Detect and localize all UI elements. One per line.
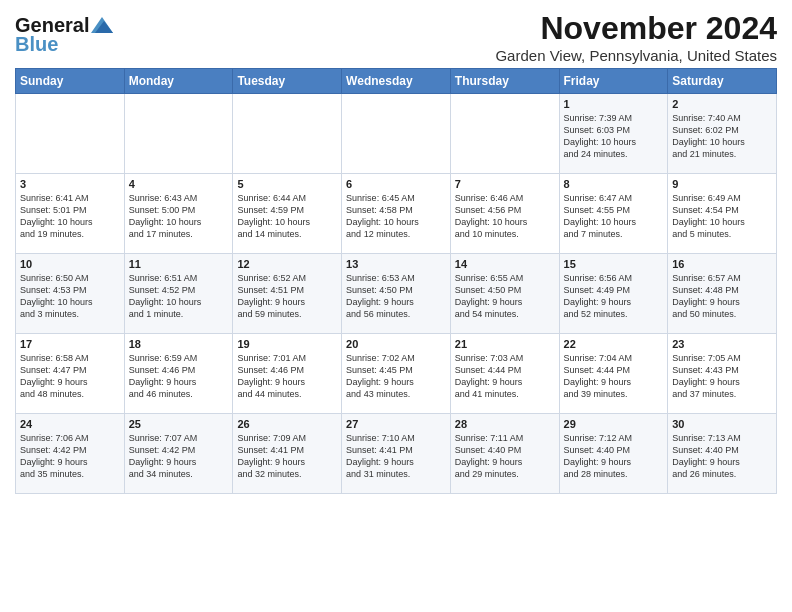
day-number: 29 — [564, 418, 664, 430]
cell-info: Sunrise: 7:07 AM Sunset: 4:42 PM Dayligh… — [129, 432, 229, 481]
calendar-cell: 27Sunrise: 7:10 AM Sunset: 4:41 PM Dayli… — [342, 414, 451, 494]
cell-info: Sunrise: 6:59 AM Sunset: 4:46 PM Dayligh… — [129, 352, 229, 401]
day-number: 27 — [346, 418, 446, 430]
calendar-cell — [16, 94, 125, 174]
day-number: 20 — [346, 338, 446, 350]
cell-info: Sunrise: 7:06 AM Sunset: 4:42 PM Dayligh… — [20, 432, 120, 481]
weekday-header-tuesday: Tuesday — [233, 69, 342, 94]
cell-info: Sunrise: 7:02 AM Sunset: 4:45 PM Dayligh… — [346, 352, 446, 401]
day-number: 16 — [672, 258, 772, 270]
cell-info: Sunrise: 7:09 AM Sunset: 4:41 PM Dayligh… — [237, 432, 337, 481]
calendar-cell: 13Sunrise: 6:53 AM Sunset: 4:50 PM Dayli… — [342, 254, 451, 334]
day-number: 26 — [237, 418, 337, 430]
cell-info: Sunrise: 6:41 AM Sunset: 5:01 PM Dayligh… — [20, 192, 120, 241]
cell-info: Sunrise: 7:11 AM Sunset: 4:40 PM Dayligh… — [455, 432, 555, 481]
cell-info: Sunrise: 7:13 AM Sunset: 4:40 PM Dayligh… — [672, 432, 772, 481]
cell-info: Sunrise: 6:50 AM Sunset: 4:53 PM Dayligh… — [20, 272, 120, 321]
calendar-cell — [342, 94, 451, 174]
cell-info: Sunrise: 6:57 AM Sunset: 4:48 PM Dayligh… — [672, 272, 772, 321]
calendar-cell: 10Sunrise: 6:50 AM Sunset: 4:53 PM Dayli… — [16, 254, 125, 334]
calendar-cell: 7Sunrise: 6:46 AM Sunset: 4:56 PM Daylig… — [450, 174, 559, 254]
day-number: 22 — [564, 338, 664, 350]
calendar-cell: 15Sunrise: 6:56 AM Sunset: 4:49 PM Dayli… — [559, 254, 668, 334]
calendar-cell: 4Sunrise: 6:43 AM Sunset: 5:00 PM Daylig… — [124, 174, 233, 254]
weekday-header-friday: Friday — [559, 69, 668, 94]
calendar-cell: 20Sunrise: 7:02 AM Sunset: 4:45 PM Dayli… — [342, 334, 451, 414]
calendar-cell: 24Sunrise: 7:06 AM Sunset: 4:42 PM Dayli… — [16, 414, 125, 494]
logo: General Blue — [15, 14, 113, 56]
day-number: 21 — [455, 338, 555, 350]
day-number: 9 — [672, 178, 772, 190]
calendar-week-2: 10Sunrise: 6:50 AM Sunset: 4:53 PM Dayli… — [16, 254, 777, 334]
calendar-cell: 23Sunrise: 7:05 AM Sunset: 4:43 PM Dayli… — [668, 334, 777, 414]
day-number: 5 — [237, 178, 337, 190]
calendar-week-3: 17Sunrise: 6:58 AM Sunset: 4:47 PM Dayli… — [16, 334, 777, 414]
weekday-header-sunday: Sunday — [16, 69, 125, 94]
cell-info: Sunrise: 6:47 AM Sunset: 4:55 PM Dayligh… — [564, 192, 664, 241]
calendar-cell: 28Sunrise: 7:11 AM Sunset: 4:40 PM Dayli… — [450, 414, 559, 494]
day-number: 10 — [20, 258, 120, 270]
calendar-week-1: 3Sunrise: 6:41 AM Sunset: 5:01 PM Daylig… — [16, 174, 777, 254]
calendar-table: SundayMondayTuesdayWednesdayThursdayFrid… — [15, 68, 777, 494]
cell-info: Sunrise: 6:45 AM Sunset: 4:58 PM Dayligh… — [346, 192, 446, 241]
day-number: 18 — [129, 338, 229, 350]
calendar-week-4: 24Sunrise: 7:06 AM Sunset: 4:42 PM Dayli… — [16, 414, 777, 494]
cell-info: Sunrise: 6:52 AM Sunset: 4:51 PM Dayligh… — [237, 272, 337, 321]
day-number: 6 — [346, 178, 446, 190]
calendar-cell: 25Sunrise: 7:07 AM Sunset: 4:42 PM Dayli… — [124, 414, 233, 494]
day-number: 15 — [564, 258, 664, 270]
day-number: 3 — [20, 178, 120, 190]
calendar-cell: 21Sunrise: 7:03 AM Sunset: 4:44 PM Dayli… — [450, 334, 559, 414]
weekday-header-saturday: Saturday — [668, 69, 777, 94]
calendar-cell: 17Sunrise: 6:58 AM Sunset: 4:47 PM Dayli… — [16, 334, 125, 414]
calendar-cell: 22Sunrise: 7:04 AM Sunset: 4:44 PM Dayli… — [559, 334, 668, 414]
calendar-cell — [124, 94, 233, 174]
day-number: 8 — [564, 178, 664, 190]
day-number: 11 — [129, 258, 229, 270]
calendar-cell: 18Sunrise: 6:59 AM Sunset: 4:46 PM Dayli… — [124, 334, 233, 414]
day-number: 4 — [129, 178, 229, 190]
calendar-cell: 19Sunrise: 7:01 AM Sunset: 4:46 PM Dayli… — [233, 334, 342, 414]
day-number: 28 — [455, 418, 555, 430]
weekday-header-row: SundayMondayTuesdayWednesdayThursdayFrid… — [16, 69, 777, 94]
day-number: 30 — [672, 418, 772, 430]
calendar-cell: 30Sunrise: 7:13 AM Sunset: 4:40 PM Dayli… — [668, 414, 777, 494]
calendar-cell: 6Sunrise: 6:45 AM Sunset: 4:58 PM Daylig… — [342, 174, 451, 254]
cell-info: Sunrise: 7:03 AM Sunset: 4:44 PM Dayligh… — [455, 352, 555, 401]
cell-info: Sunrise: 6:44 AM Sunset: 4:59 PM Dayligh… — [237, 192, 337, 241]
month-title: November 2024 — [495, 10, 777, 47]
calendar-cell: 8Sunrise: 6:47 AM Sunset: 4:55 PM Daylig… — [559, 174, 668, 254]
day-number: 19 — [237, 338, 337, 350]
cell-info: Sunrise: 6:55 AM Sunset: 4:50 PM Dayligh… — [455, 272, 555, 321]
logo-blue: Blue — [15, 33, 58, 56]
cell-info: Sunrise: 6:46 AM Sunset: 4:56 PM Dayligh… — [455, 192, 555, 241]
calendar-cell: 29Sunrise: 7:12 AM Sunset: 4:40 PM Dayli… — [559, 414, 668, 494]
day-number: 24 — [20, 418, 120, 430]
cell-info: Sunrise: 6:43 AM Sunset: 5:00 PM Dayligh… — [129, 192, 229, 241]
cell-info: Sunrise: 6:51 AM Sunset: 4:52 PM Dayligh… — [129, 272, 229, 321]
day-number: 17 — [20, 338, 120, 350]
weekday-header-monday: Monday — [124, 69, 233, 94]
calendar-cell — [450, 94, 559, 174]
title-block: November 2024 Garden View, Pennsylvania,… — [495, 10, 777, 64]
day-number: 2 — [672, 98, 772, 110]
cell-info: Sunrise: 6:58 AM Sunset: 4:47 PM Dayligh… — [20, 352, 120, 401]
weekday-header-thursday: Thursday — [450, 69, 559, 94]
calendar-cell: 16Sunrise: 6:57 AM Sunset: 4:48 PM Dayli… — [668, 254, 777, 334]
cell-info: Sunrise: 7:04 AM Sunset: 4:44 PM Dayligh… — [564, 352, 664, 401]
calendar-cell: 26Sunrise: 7:09 AM Sunset: 4:41 PM Dayli… — [233, 414, 342, 494]
main-container: General Blue November 2024 Garden View, … — [0, 0, 792, 499]
calendar-cell — [233, 94, 342, 174]
cell-info: Sunrise: 6:49 AM Sunset: 4:54 PM Dayligh… — [672, 192, 772, 241]
day-number: 1 — [564, 98, 664, 110]
weekday-header-wednesday: Wednesday — [342, 69, 451, 94]
subtitle: Garden View, Pennsylvania, United States — [495, 47, 777, 64]
calendar-cell: 11Sunrise: 6:51 AM Sunset: 4:52 PM Dayli… — [124, 254, 233, 334]
cell-info: Sunrise: 6:53 AM Sunset: 4:50 PM Dayligh… — [346, 272, 446, 321]
calendar-cell: 1Sunrise: 7:39 AM Sunset: 6:03 PM Daylig… — [559, 94, 668, 174]
cell-info: Sunrise: 6:56 AM Sunset: 4:49 PM Dayligh… — [564, 272, 664, 321]
calendar-cell: 5Sunrise: 6:44 AM Sunset: 4:59 PM Daylig… — [233, 174, 342, 254]
logo-icon — [91, 17, 113, 33]
header: General Blue November 2024 Garden View, … — [15, 10, 777, 64]
cell-info: Sunrise: 7:39 AM Sunset: 6:03 PM Dayligh… — [564, 112, 664, 161]
